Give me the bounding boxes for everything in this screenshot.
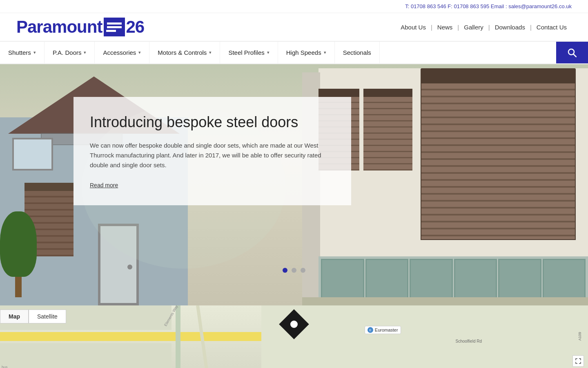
logo-bar-1: [107, 22, 122, 25]
nav-downloads[interactable]: Downloads: [490, 24, 530, 31]
chevron-down-icon: ▾: [209, 50, 212, 55]
map-background: Elements Way A109 Schoolfield Rd E Eurom…: [0, 305, 588, 368]
logo-text: Paramount: [16, 17, 102, 37]
nav-high-speeds[interactable]: High Speeds ▾: [278, 42, 335, 63]
map-section: Elements Way A109 Schoolfield Rd E Eurom…: [0, 305, 588, 368]
chevron-down-icon: ▾: [324, 50, 326, 55]
schoolfield-label: Schoolfield Rd: [456, 339, 482, 343]
map-fullscreen-button[interactable]: [572, 355, 584, 367]
euromaster-label: Euromaster: [375, 328, 398, 332]
chevron-down-icon: ▾: [84, 50, 86, 55]
tree: [0, 211, 37, 297]
euromaster-icon: E: [368, 327, 373, 333]
chevron-down-icon: ▾: [138, 50, 141, 55]
header: Paramount 26 About Us | News | Gallery |…: [0, 13, 588, 41]
map-controls: Map Satellite: [0, 310, 66, 323]
shutter-small-1: [363, 89, 412, 171]
door: [98, 224, 139, 305]
window-left: [12, 138, 53, 171]
nav-gallery[interactable]: Gallery: [459, 24, 488, 31]
logo-icon: [104, 18, 125, 36]
header-nav: About Us | News | Gallery | Downloads | …: [396, 24, 572, 31]
slider-dot-3[interactable]: [301, 268, 305, 273]
nav-news[interactable]: News: [432, 24, 458, 31]
logo-bar-3: [106, 30, 116, 32]
ground: [302, 297, 588, 305]
shutter-main: [421, 68, 576, 240]
hero-title: Introducing bespoke steel doors: [90, 113, 331, 131]
slider-dot-1[interactable]: [283, 268, 287, 273]
hero-section: Introducing bespoke steel doors We can n…: [0, 64, 588, 305]
contact-info: T: 01708 863 546 F: 01708 863 595 Email …: [405, 3, 572, 9]
hero-content: Introducing bespoke steel doors We can n…: [74, 97, 351, 205]
satellite-view-button[interactable]: Satellite: [29, 310, 66, 323]
nav-pa-doors[interactable]: P.A. Doors ▾: [45, 42, 95, 63]
nav-sectionals[interactable]: Sectionals: [335, 42, 380, 63]
logo-number: 26: [126, 17, 144, 37]
main-nav: Shutters ▾ P.A. Doors ▾ Accessories ▾ Mo…: [0, 41, 588, 64]
nav-steel-profiles[interactable]: Steel Profiles ▾: [220, 42, 278, 63]
nav-contact-us[interactable]: Contact Us: [532, 24, 572, 31]
nav-shutters[interactable]: Shutters ▾: [0, 42, 45, 63]
logo-bar-2: [107, 26, 122, 28]
pin-dot: [290, 321, 298, 328]
hero-body: We can now offer bespoke double and sing…: [90, 141, 331, 170]
map-view-button[interactable]: Map: [0, 310, 29, 323]
map-road-vertical-1: [176, 305, 180, 368]
map-bottom-text: bus: [2, 365, 8, 368]
map-block-2: [0, 343, 172, 368]
logo[interactable]: Paramount 26: [16, 17, 144, 37]
chevron-down-icon: ▾: [267, 50, 270, 55]
map-block-3: [261, 305, 588, 368]
svg-line-1: [574, 54, 577, 57]
nav-accessories[interactable]: Accessories ▾: [95, 42, 149, 63]
euromaster-badge: E Euromaster: [365, 326, 401, 334]
read-more-link[interactable]: Read more: [90, 182, 118, 188]
slider-dots: [283, 268, 305, 273]
road-a109-label: A109: [578, 332, 582, 341]
search-button[interactable]: [556, 42, 588, 63]
nav-about-us[interactable]: About Us: [396, 24, 431, 31]
location-pin: [283, 314, 305, 335]
chevron-down-icon: ▾: [33, 50, 36, 55]
nav-motors-controls[interactable]: Motors & Controls ▾: [149, 42, 220, 63]
slider-dot-2[interactable]: [292, 268, 296, 273]
top-bar: T: 01708 863 546 F: 01708 863 595 Email …: [0, 0, 588, 13]
